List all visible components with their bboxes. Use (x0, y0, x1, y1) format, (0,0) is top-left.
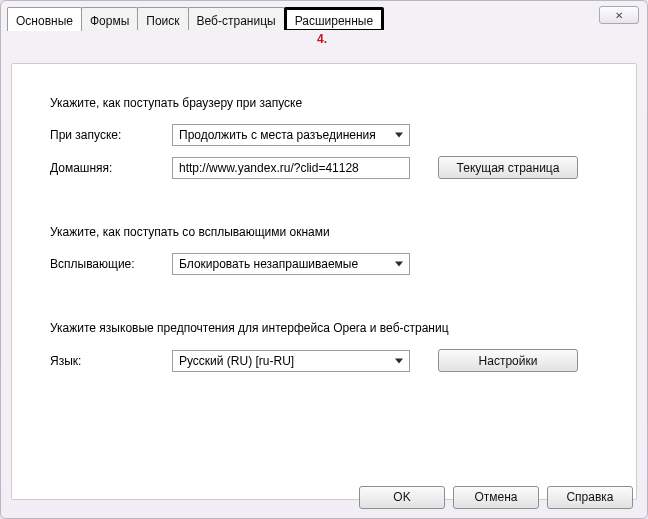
popups-heading: Укажите, как поступать со всплывающими о… (50, 225, 608, 239)
tab-search[interactable]: Поиск (137, 7, 188, 30)
settings-dialog: Настройки ✕ Основные Формы Поиск Веб-стр… (0, 0, 648, 519)
chevron-down-icon (395, 358, 403, 363)
section-language: Укажите языковые предпочтения для интерф… (50, 321, 608, 372)
section-startup: Укажите, как поступать браузеру при запу… (50, 96, 608, 179)
language-heading: Укажите языковые предпочтения для интерф… (50, 321, 608, 335)
chevron-down-icon (395, 262, 403, 267)
tab-bar: Основные Формы Поиск Веб-страницы Расшир… (7, 7, 383, 30)
home-url-input[interactable] (172, 157, 410, 179)
home-label: Домашняя: (50, 161, 172, 175)
row-home: Домашняя: Текущая страница (50, 156, 608, 179)
tab-advanced[interactable]: Расширенные (284, 7, 385, 30)
tab-label: Основные (16, 14, 73, 28)
tab-label: Формы (90, 14, 129, 28)
language-settings-button[interactable]: Настройки (438, 349, 578, 372)
language-label: Язык: (50, 354, 172, 368)
tab-label: Расширенные (295, 14, 374, 28)
select-value: Продолжить с места разъединения (179, 128, 376, 142)
tab-main[interactable]: Основные (7, 7, 82, 31)
button-label: Настройки (479, 354, 538, 368)
popups-select[interactable]: Блокировать незапрашиваемые (172, 253, 410, 275)
button-label: Справка (566, 490, 613, 504)
section-popups: Укажите, как поступать со всплывающими о… (50, 225, 608, 275)
close-icon: ✕ (615, 10, 623, 21)
language-select[interactable]: Русский (RU) [ru-RU] (172, 350, 410, 372)
startup-heading: Укажите, как поступать браузеру при запу… (50, 96, 608, 110)
button-label: OK (393, 490, 410, 504)
button-label: Текущая страница (457, 161, 560, 175)
row-onstart: При запуске: Продолжить с места разъедин… (50, 124, 608, 146)
row-popups: Всплывающие: Блокировать незапрашиваемые (50, 253, 608, 275)
select-value: Блокировать незапрашиваемые (179, 257, 358, 271)
help-button[interactable]: Справка (547, 486, 633, 509)
onstart-label: При запуске: (50, 128, 172, 142)
tab-label: Веб-страницы (197, 14, 276, 28)
tab-label: Поиск (146, 14, 179, 28)
tab-forms[interactable]: Формы (81, 7, 138, 30)
select-value: Русский (RU) [ru-RU] (179, 354, 294, 368)
row-language: Язык: Русский (RU) [ru-RU] Настройки (50, 349, 608, 372)
annotation-4: 4. (317, 32, 327, 46)
chevron-down-icon (395, 133, 403, 138)
panel-main: Укажите, как поступать браузеру при запу… (22, 74, 626, 489)
dialog-footer: OK Отмена Справка (1, 476, 647, 518)
tab-panel: Укажите, как поступать браузеру при запу… (11, 63, 637, 500)
tab-container: Основные Формы Поиск Веб-страницы Расшир… (1, 29, 647, 519)
button-label: Отмена (474, 490, 517, 504)
onstart-select[interactable]: Продолжить с места разъединения (172, 124, 410, 146)
popups-label: Всплывающие: (50, 257, 172, 271)
cancel-button[interactable]: Отмена (453, 486, 539, 509)
tab-webpages[interactable]: Веб-страницы (188, 7, 285, 30)
close-button[interactable]: ✕ (599, 6, 639, 24)
ok-button[interactable]: OK (359, 486, 445, 509)
current-page-button[interactable]: Текущая страница (438, 156, 578, 179)
